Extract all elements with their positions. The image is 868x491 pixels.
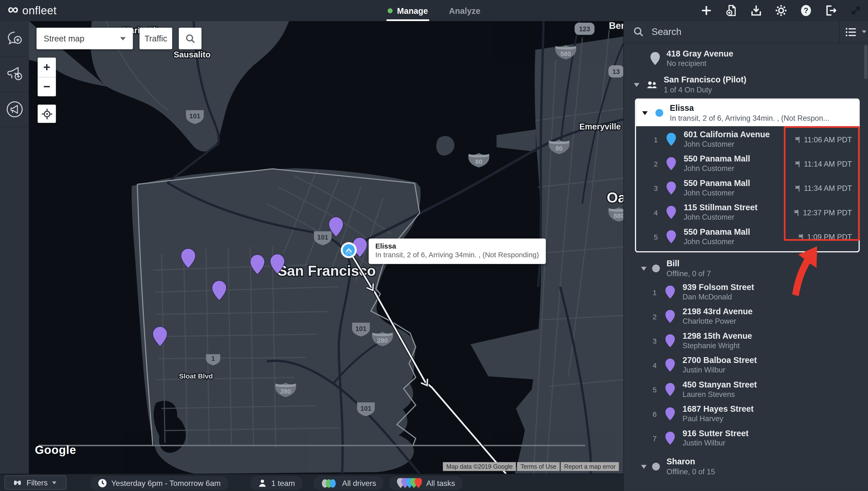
- date-range-filter[interactable]: Yesterday 6pm - Tomorrow 6am: [90, 476, 228, 490]
- new-announcement-button[interactable]: [0, 57, 29, 92]
- onfleet-logo[interactable]: ∞ onfleet: [8, 0, 57, 21]
- task-row[interactable]: 5 550 Panama Mall John Customer 1:09 PM …: [636, 225, 859, 249]
- tab-analyze[interactable]: Analyze: [448, 0, 482, 21]
- chevron-down-icon: [52, 481, 57, 484]
- tasks-filter[interactable]: All tasks: [389, 476, 463, 490]
- svg-text:13: 13: [612, 68, 620, 76]
- chevron-down-icon: [120, 37, 126, 40]
- flag-icon: [793, 136, 801, 143]
- task-address: 601 California Avenue: [684, 130, 770, 140]
- task-row[interactable]: 5 450 Stanyan Street Lauren Stevens: [624, 378, 868, 402]
- google-logo: Google: [35, 443, 77, 457]
- announcements-button[interactable]: [0, 92, 29, 127]
- chevron-down-icon[interactable]: [641, 465, 646, 468]
- label-sloat-blvd: Sloat Blvd: [179, 372, 213, 380]
- import-tasks-icon[interactable]: [725, 4, 738, 17]
- team-filter[interactable]: 1 team: [250, 476, 303, 490]
- purple-pin-icon: [665, 407, 675, 421]
- settings-gear-icon[interactable]: [774, 4, 788, 17]
- scrollbar-thumb[interactable]: [864, 45, 868, 79]
- task-eta: 12:37 PM PDT: [803, 208, 852, 216]
- team-header[interactable]: San Francisco (Pilot) 1 of 4 On Duty: [624, 73, 868, 96]
- task-recipient: Lauren Stevens: [683, 390, 757, 400]
- svg-text:80: 80: [556, 145, 563, 152]
- purple-pin-icon: [665, 383, 675, 397]
- task-recipient: John Customer: [684, 189, 750, 198]
- driver-location-marker[interactable]: [341, 242, 357, 258]
- task-row[interactable]: 6 1687 Hayes Street Paul Harvey: [624, 402, 868, 426]
- svg-text:280: 280: [280, 388, 291, 395]
- task-eta: 11:34 AM PDT: [804, 184, 852, 192]
- task-row[interactable]: 3 1298 15th Avenue Stephanie Wright: [624, 329, 868, 353]
- task-row[interactable]: 1 601 California Avenue John Customer 11…: [636, 127, 859, 151]
- attribution-terms-link[interactable]: Terms of Use: [517, 462, 559, 471]
- purple-pin-icon: [665, 432, 675, 445]
- unassigned-task-row[interactable]: 418 Gray Avenue No recipient: [624, 48, 868, 69]
- label-berkeley: Ber: [609, 21, 623, 31]
- filters-button[interactable]: Filters: [4, 475, 66, 490]
- task-row[interactable]: 2 2198 43rd Avenue Charlotte Power: [624, 304, 868, 328]
- map-layer-selector[interactable]: Street map: [37, 28, 133, 49]
- new-message-button[interactable]: [0, 21, 29, 57]
- purple-pin-icon: [665, 335, 675, 348]
- svg-text:280: 280: [377, 337, 388, 344]
- task-row[interactable]: 4 115 Stillman Street John Customer 12:3…: [636, 200, 859, 225]
- flag-icon: [797, 233, 804, 240]
- task-recipient: John Customer: [684, 164, 750, 174]
- megaphone-circle-icon: [5, 100, 24, 118]
- task-row[interactable]: 1 939 Folsom Street Dan McDonald: [624, 280, 868, 304]
- zoom-in-button[interactable]: +: [37, 57, 56, 77]
- drivers-filter[interactable]: All drivers: [313, 476, 384, 490]
- attribution-report-link[interactable]: Report a map error: [561, 462, 619, 471]
- team-status: 1 of 4 On Duty: [664, 85, 747, 95]
- zoom-out-button[interactable]: −: [37, 77, 56, 96]
- list-view-button[interactable]: [840, 21, 862, 43]
- chevron-down-icon[interactable]: [634, 83, 639, 87]
- task-address: 550 Panama Mall: [684, 154, 750, 164]
- svg-text:580: 580: [560, 50, 571, 57]
- purple-pin-icon: [665, 286, 675, 299]
- driver-task-list: 1 601 California Avenue John Customer 11…: [636, 126, 859, 251]
- chevron-down-icon[interactable]: [642, 111, 648, 115]
- logout-icon[interactable]: [824, 4, 838, 17]
- task-recipient: John Customer: [684, 140, 770, 149]
- top-bar: ∞ onfleet Manage Analyze: [0, 0, 868, 21]
- chevron-down-icon[interactable]: [862, 31, 866, 33]
- export-download-icon[interactable]: [750, 4, 763, 17]
- create-task-icon[interactable]: [700, 4, 713, 17]
- locate-button[interactable]: [37, 105, 56, 123]
- task-row[interactable]: 4 2700 Balboa Street Justin Wilbur: [624, 353, 868, 377]
- svg-text:101: 101: [355, 325, 367, 333]
- driver-header-sharon[interactable]: Sharon Offline, 0 of 15: [624, 455, 868, 478]
- task-row[interactable]: 7 916 Sutter Street Justin Wilbur: [624, 426, 868, 451]
- gray-pin-icon: [650, 52, 660, 65]
- team-name: San Francisco (Pilot): [664, 75, 747, 85]
- task-row[interactable]: 3 550 Panama Mall John Customer 11:34 AM…: [636, 176, 859, 200]
- svg-text:123: 123: [579, 25, 590, 33]
- help-icon[interactable]: ?: [799, 4, 813, 17]
- driver-header-elissa[interactable]: Elissa In transit, 2 of 6, Arriving 34mi…: [636, 100, 859, 126]
- purple-pin-icon: [666, 182, 676, 195]
- driver-header-bill[interactable]: Bill Offline, 0 of 7: [624, 257, 868, 280]
- svg-text:?: ?: [804, 6, 808, 15]
- left-toolbar: [0, 21, 29, 474]
- driver-status: Offline, 0 of 15: [666, 467, 715, 477]
- driver-group-elissa: Elissa In transit, 2 of 6, Arriving 34mi…: [635, 98, 860, 252]
- svg-text:101: 101: [360, 405, 372, 412]
- traffic-toggle-button[interactable]: Traffic: [140, 28, 172, 49]
- tab-manage[interactable]: Manage: [386, 0, 429, 21]
- task-row[interactable]: 2 550 Panama Mall John Customer 11:14 AM…: [636, 151, 859, 176]
- task-recipient: Stephanie Wright: [683, 341, 752, 351]
- task-address: 550 Panama Mall: [684, 227, 750, 237]
- map-search-button[interactable]: [179, 28, 202, 49]
- chevron-down-icon[interactable]: [641, 266, 646, 270]
- task-eta: 1:09 PM PDT: [807, 233, 852, 241]
- task-recipient: Charlotte Power: [683, 317, 753, 327]
- attribution-map-data: Map data ©2019 Google: [443, 462, 516, 471]
- target-icon: [41, 108, 52, 119]
- search-input[interactable]: [650, 26, 839, 38]
- fullscreen-expand-icon[interactable]: [849, 4, 862, 17]
- svg-text:101: 101: [190, 112, 201, 120]
- driver-status-dot-blue: [656, 109, 663, 117]
- map-area[interactable]: Marin City Sausalito Ber Emeryville Oa S…: [29, 21, 623, 474]
